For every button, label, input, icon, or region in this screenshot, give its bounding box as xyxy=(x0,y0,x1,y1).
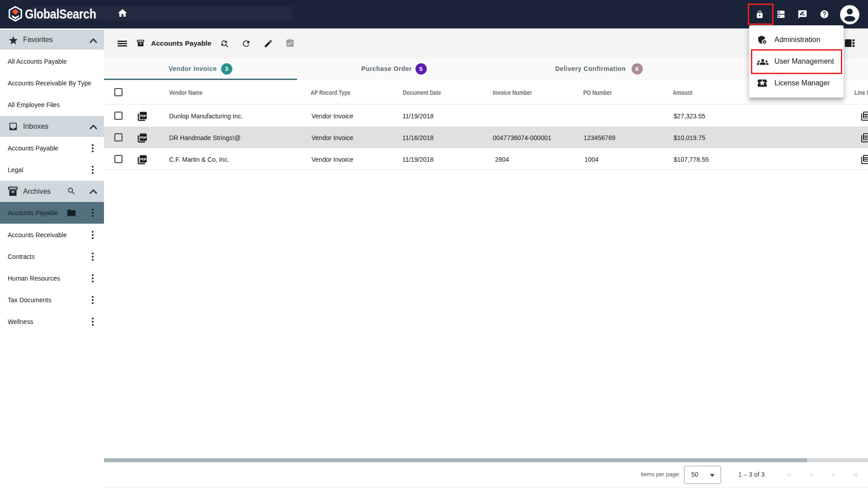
svg-text:PDF: PDF xyxy=(140,114,147,118)
svg-text:PDF: PDF xyxy=(140,136,147,140)
svg-text:PDF: PDF xyxy=(140,157,147,161)
